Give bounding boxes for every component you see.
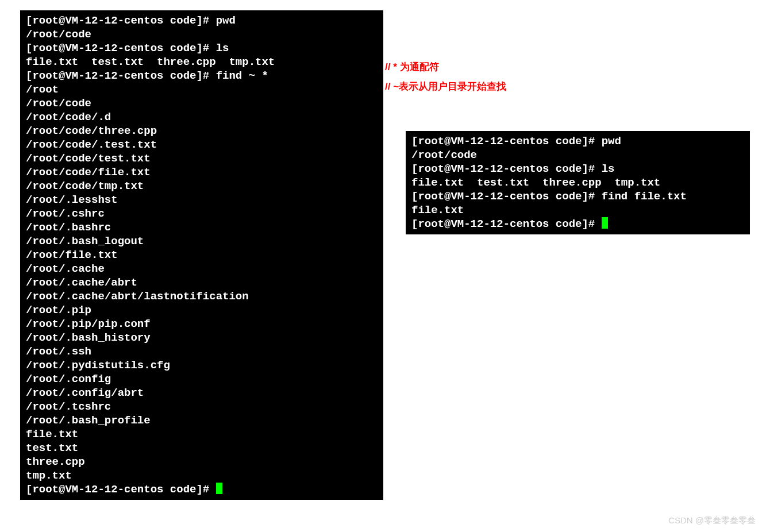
annotation-1: // * 为通配符 (385, 57, 506, 77)
terminal-left: [root@VM-12-12-centos code]# pwd /root/c… (20, 10, 383, 500)
cursor-icon (602, 217, 608, 229)
terminal-left-lines: [root@VM-12-12-centos code]# pwd /root/c… (26, 14, 275, 482)
terminal-right-lines: [root@VM-12-12-centos code]# pwd /root/c… (411, 135, 687, 217)
terminal-right: [root@VM-12-12-centos code]# pwd /root/c… (406, 131, 750, 234)
terminal-left-prompt: [root@VM-12-12-centos code]# (26, 483, 216, 496)
watermark: CSDN @零叁零叁零叁 (668, 515, 756, 526)
annotation-2: // ~表示从用户目录开始查找 (385, 77, 506, 97)
terminal-right-prompt: [root@VM-12-12-centos code]# (411, 218, 602, 230)
cursor-icon (216, 483, 222, 494)
annotations: // * 为通配符 // ~表示从用户目录开始查找 (385, 57, 506, 97)
